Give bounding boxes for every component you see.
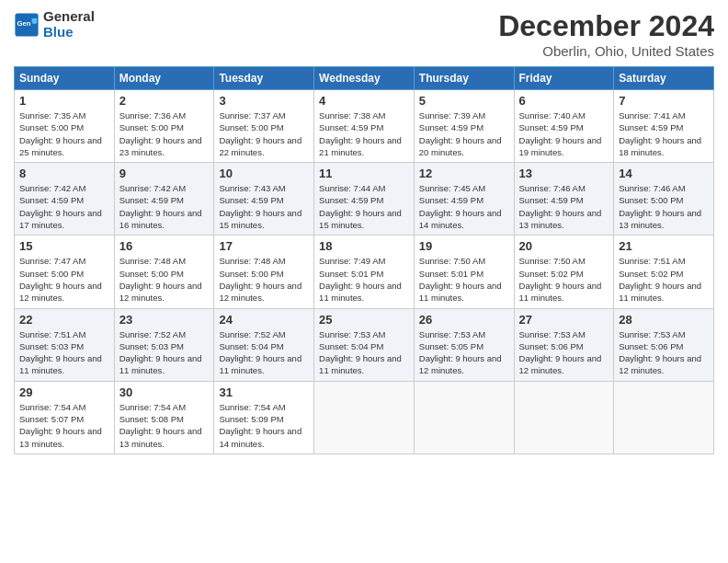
day-number: 18 <box>319 239 409 253</box>
day-number: 17 <box>219 239 309 253</box>
logo: Gen General Blue <box>14 9 95 40</box>
title-block: December 2024 Oberlin, Ohio, United Stat… <box>498 9 714 59</box>
day-info: Sunrise: 7:48 AMSunset: 5:00 PMDaylight:… <box>219 255 309 304</box>
day-info: Sunrise: 7:52 AMSunset: 5:03 PMDaylight:… <box>119 328 210 377</box>
day-number: 6 <box>519 94 609 108</box>
header-friday: Friday <box>514 67 614 90</box>
day-number: 3 <box>219 94 309 108</box>
day-number: 12 <box>419 167 509 180</box>
header-monday: Monday <box>114 67 214 90</box>
calendar-cell: 23 Sunrise: 7:52 AMSunset: 5:03 PMDaylig… <box>114 308 214 381</box>
day-info: Sunrise: 7:49 AMSunset: 5:01 PMDaylight:… <box>319 255 409 304</box>
day-number: 1 <box>19 94 109 108</box>
day-number: 24 <box>219 313 309 327</box>
day-number: 4 <box>319 94 409 108</box>
day-info: Sunrise: 7:35 AMSunset: 5:00 PMDaylight:… <box>19 109 109 158</box>
day-info: Sunrise: 7:43 AMSunset: 4:59 PMDaylight:… <box>219 182 309 231</box>
calendar-cell: 28 Sunrise: 7:53 AMSunset: 5:06 PMDaylig… <box>614 308 714 381</box>
calendar-cell: 19 Sunrise: 7:50 AMSunset: 5:01 PMDaylig… <box>414 236 514 308</box>
day-info: Sunrise: 7:53 AMSunset: 5:06 PMDaylight:… <box>519 328 609 377</box>
day-number: 20 <box>519 239 609 253</box>
day-number: 22 <box>19 313 109 327</box>
day-number: 26 <box>419 313 509 327</box>
calendar-cell <box>514 381 614 454</box>
calendar-cell: 11 Sunrise: 7:44 AMSunset: 4:59 PMDaylig… <box>314 163 415 236</box>
calendar-cell: 3 Sunrise: 7:37 AMSunset: 5:00 PMDayligh… <box>214 90 314 163</box>
day-number: 5 <box>419 94 509 108</box>
calendar-cell: 29 Sunrise: 7:54 AMSunset: 5:07 PMDaylig… <box>15 381 115 454</box>
calendar-cell <box>614 381 714 454</box>
day-info: Sunrise: 7:53 AMSunset: 5:04 PMDaylight:… <box>319 328 409 377</box>
day-info: Sunrise: 7:46 AMSunset: 5:00 PMDaylight:… <box>619 182 709 231</box>
day-info: Sunrise: 7:50 AMSunset: 5:01 PMDaylight:… <box>419 255 509 304</box>
day-info: Sunrise: 7:51 AMSunset: 5:03 PMDaylight:… <box>19 328 109 377</box>
day-number: 31 <box>219 385 309 399</box>
calendar-cell: 13 Sunrise: 7:46 AMSunset: 4:59 PMDaylig… <box>514 163 614 236</box>
day-info: Sunrise: 7:48 AMSunset: 5:00 PMDaylight:… <box>119 255 210 304</box>
main-container: Gen General Blue December 2024 Oberlin, … <box>0 0 728 464</box>
day-number: 11 <box>319 167 409 180</box>
week-row-4: 22 Sunrise: 7:51 AMSunset: 5:03 PMDaylig… <box>15 308 714 381</box>
day-number: 16 <box>119 239 210 253</box>
day-number: 28 <box>619 313 709 327</box>
header: Gen General Blue December 2024 Oberlin, … <box>14 9 714 59</box>
month-title: December 2024 <box>498 9 714 43</box>
day-number: 7 <box>619 94 709 108</box>
calendar-cell: 31 Sunrise: 7:54 AMSunset: 5:09 PMDaylig… <box>214 381 314 454</box>
day-info: Sunrise: 7:50 AMSunset: 5:02 PMDaylight:… <box>519 255 609 304</box>
calendar-body: 1 Sunrise: 7:35 AMSunset: 5:00 PMDayligh… <box>15 90 714 454</box>
calendar-cell: 27 Sunrise: 7:53 AMSunset: 5:06 PMDaylig… <box>514 308 614 381</box>
day-number: 23 <box>119 313 210 327</box>
calendar-cell: 21 Sunrise: 7:51 AMSunset: 5:02 PMDaylig… <box>614 236 714 308</box>
day-info: Sunrise: 7:39 AMSunset: 4:59 PMDaylight:… <box>419 109 509 158</box>
day-number: 15 <box>19 239 109 253</box>
calendar-table: Sunday Monday Tuesday Wednesday Thursday… <box>14 66 714 454</box>
day-info: Sunrise: 7:51 AMSunset: 5:02 PMDaylight:… <box>619 255 709 304</box>
header-sunday: Sunday <box>15 67 115 90</box>
header-tuesday: Tuesday <box>214 67 314 90</box>
day-info: Sunrise: 7:52 AMSunset: 5:04 PMDaylight:… <box>219 328 309 377</box>
logo-icon: Gen <box>14 12 40 38</box>
day-info: Sunrise: 7:54 AMSunset: 5:09 PMDaylight:… <box>219 401 309 450</box>
calendar-cell: 5 Sunrise: 7:39 AMSunset: 4:59 PMDayligh… <box>414 90 514 163</box>
day-info: Sunrise: 7:36 AMSunset: 5:00 PMDaylight:… <box>119 109 210 158</box>
calendar-cell: 6 Sunrise: 7:40 AMSunset: 4:59 PMDayligh… <box>514 90 614 163</box>
calendar-cell <box>414 381 514 454</box>
day-info: Sunrise: 7:42 AMSunset: 4:59 PMDaylight:… <box>19 182 109 231</box>
day-number: 2 <box>119 94 210 108</box>
day-number: 8 <box>19 167 109 180</box>
day-number: 9 <box>119 167 210 180</box>
day-number: 14 <box>619 167 709 180</box>
logo-line2: Blue <box>43 25 95 40</box>
logo-line1: General <box>43 9 95 25</box>
svg-text:Gen: Gen <box>17 19 31 28</box>
calendar-cell: 16 Sunrise: 7:48 AMSunset: 5:00 PMDaylig… <box>114 236 214 308</box>
calendar-cell: 18 Sunrise: 7:49 AMSunset: 5:01 PMDaylig… <box>314 236 415 308</box>
calendar-cell: 8 Sunrise: 7:42 AMSunset: 4:59 PMDayligh… <box>15 163 115 236</box>
day-number: 25 <box>319 313 409 327</box>
day-number: 19 <box>419 239 509 253</box>
day-info: Sunrise: 7:41 AMSunset: 4:59 PMDaylight:… <box>619 109 709 158</box>
calendar-cell: 1 Sunrise: 7:35 AMSunset: 5:00 PMDayligh… <box>15 90 115 163</box>
header-saturday: Saturday <box>614 67 714 90</box>
calendar-cell: 26 Sunrise: 7:53 AMSunset: 5:05 PMDaylig… <box>414 308 514 381</box>
calendar-cell: 15 Sunrise: 7:47 AMSunset: 5:00 PMDaylig… <box>15 236 115 308</box>
day-info: Sunrise: 7:54 AMSunset: 5:08 PMDaylight:… <box>119 401 210 450</box>
calendar-cell: 20 Sunrise: 7:50 AMSunset: 5:02 PMDaylig… <box>514 236 614 308</box>
day-number: 10 <box>219 167 309 180</box>
location-title: Oberlin, Ohio, United States <box>498 43 714 59</box>
day-info: Sunrise: 7:40 AMSunset: 4:59 PMDaylight:… <box>519 109 609 158</box>
day-info: Sunrise: 7:37 AMSunset: 5:00 PMDaylight:… <box>219 109 309 158</box>
day-info: Sunrise: 7:45 AMSunset: 4:59 PMDaylight:… <box>419 182 509 231</box>
week-row-5: 29 Sunrise: 7:54 AMSunset: 5:07 PMDaylig… <box>15 381 714 454</box>
day-info: Sunrise: 7:44 AMSunset: 4:59 PMDaylight:… <box>319 182 409 231</box>
day-info: Sunrise: 7:38 AMSunset: 4:59 PMDaylight:… <box>319 109 409 158</box>
day-info: Sunrise: 7:53 AMSunset: 5:06 PMDaylight:… <box>619 328 709 377</box>
calendar-cell: 25 Sunrise: 7:53 AMSunset: 5:04 PMDaylig… <box>314 308 415 381</box>
day-info: Sunrise: 7:42 AMSunset: 4:59 PMDaylight:… <box>119 182 210 231</box>
calendar-cell: 2 Sunrise: 7:36 AMSunset: 5:00 PMDayligh… <box>114 90 214 163</box>
day-number: 29 <box>19 385 109 399</box>
calendar-cell: 14 Sunrise: 7:46 AMSunset: 5:00 PMDaylig… <box>614 163 714 236</box>
calendar-cell: 17 Sunrise: 7:48 AMSunset: 5:00 PMDaylig… <box>214 236 314 308</box>
day-info: Sunrise: 7:47 AMSunset: 5:00 PMDaylight:… <box>19 255 109 304</box>
